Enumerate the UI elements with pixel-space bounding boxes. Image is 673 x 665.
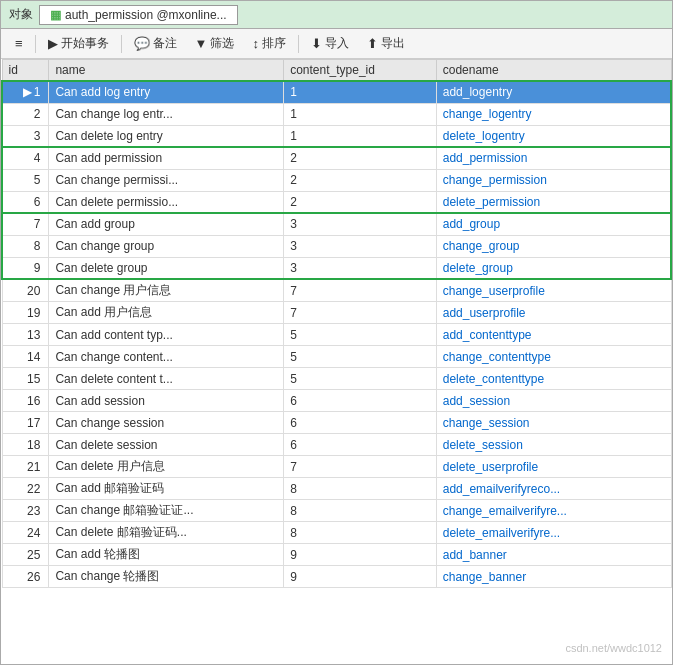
cell-content-type-id: 8 bbox=[284, 500, 437, 522]
cell-name: Can change 邮箱验证证... bbox=[49, 500, 284, 522]
cell-content-type-id: 8 bbox=[284, 522, 437, 544]
table-row[interactable]: 20Can change 用户信息7change_userprofile bbox=[2, 279, 671, 302]
sort-button[interactable]: ↕ 排序 bbox=[244, 32, 294, 55]
cell-name: Can delete group bbox=[49, 257, 284, 279]
filter-button[interactable]: ▼ 筛选 bbox=[187, 32, 243, 55]
cell-name: Can delete log entry bbox=[49, 125, 284, 147]
cell-codename: add_group bbox=[436, 213, 671, 235]
table-row[interactable]: 16Can add session6add_session bbox=[2, 390, 671, 412]
cell-codename: change_banner bbox=[436, 566, 671, 588]
table-body: ▶1Can add log entry1add_logentry2Can cha… bbox=[2, 81, 671, 588]
comment-button[interactable]: 💬 备注 bbox=[126, 32, 185, 55]
watermark: csdn.net/wwdc1012 bbox=[565, 642, 662, 654]
cell-name: Can change permissi... bbox=[49, 169, 284, 191]
cell-id: 19 bbox=[2, 302, 49, 324]
cell-name: Can change 用户信息 bbox=[49, 279, 284, 302]
cell-name: Can delete session bbox=[49, 434, 284, 456]
cell-id: 24 bbox=[2, 522, 49, 544]
cell-name: Can add log entry bbox=[49, 81, 284, 103]
export-icon: ⬆ bbox=[367, 36, 378, 51]
top-bar: 对象 ▦ auth_permission @mxonline... bbox=[1, 1, 672, 29]
cell-name: Can change log entr... bbox=[49, 103, 284, 125]
cell-id: 18 bbox=[2, 434, 49, 456]
comment-icon: 💬 bbox=[134, 36, 150, 51]
table-row[interactable]: 17Can change session6change_session bbox=[2, 412, 671, 434]
cell-codename: add_logentry bbox=[436, 81, 671, 103]
table-row[interactable]: 6Can delete permissio...2delete_permissi… bbox=[2, 191, 671, 213]
cell-id: 13 bbox=[2, 324, 49, 346]
table-row[interactable]: 4Can add permission2add_permission bbox=[2, 147, 671, 169]
cell-id: 8 bbox=[2, 235, 49, 257]
hamburger-icon: ≡ bbox=[15, 36, 23, 51]
table-row[interactable]: 8Can change group3change_group bbox=[2, 235, 671, 257]
table-row[interactable]: 21Can delete 用户信息7delete_userprofile bbox=[2, 456, 671, 478]
table-row[interactable]: 7Can add group3add_group bbox=[2, 213, 671, 235]
cell-content-type-id: 7 bbox=[284, 456, 437, 478]
row-arrow: ▶ bbox=[23, 85, 32, 99]
cell-codename: change_emailverifyre... bbox=[436, 500, 671, 522]
toolbar-separator-2 bbox=[121, 35, 122, 53]
cell-content-type-id: 9 bbox=[284, 544, 437, 566]
table-row[interactable]: 13Can add content typ...5add_contenttype bbox=[2, 324, 671, 346]
filter-icon: ▼ bbox=[195, 36, 208, 51]
start-transaction-button[interactable]: ▶ 开始事务 bbox=[40, 32, 117, 55]
table-row[interactable]: 26Can change 轮播图9change_banner bbox=[2, 566, 671, 588]
cell-name: Can delete permissio... bbox=[49, 191, 284, 213]
cell-content-type-id: 7 bbox=[284, 302, 437, 324]
import-button[interactable]: ⬇ 导入 bbox=[303, 32, 357, 55]
cell-id: 9 bbox=[2, 257, 49, 279]
header-row: id name content_type_id codename bbox=[2, 60, 671, 82]
cell-name: Can change group bbox=[49, 235, 284, 257]
table-row[interactable]: 19Can add 用户信息7add_userprofile bbox=[2, 302, 671, 324]
col-header-codename[interactable]: codename bbox=[436, 60, 671, 82]
col-header-id[interactable]: id bbox=[2, 60, 49, 82]
table-row[interactable]: 2Can change log entr...1change_logentry bbox=[2, 103, 671, 125]
col-header-content-type-id[interactable]: content_type_id bbox=[284, 60, 437, 82]
import-icon: ⬇ bbox=[311, 36, 322, 51]
cell-id: 7 bbox=[2, 213, 49, 235]
table-row[interactable]: 5Can change permissi...2change_permissio… bbox=[2, 169, 671, 191]
cell-codename: delete_permission bbox=[436, 191, 671, 213]
cell-content-type-id: 5 bbox=[284, 324, 437, 346]
table-area: id name content_type_id codename ▶1Can a… bbox=[1, 59, 672, 664]
cell-codename: add_emailverifyreco... bbox=[436, 478, 671, 500]
cell-codename: delete_contenttype bbox=[436, 368, 671, 390]
cell-name: Can add session bbox=[49, 390, 284, 412]
cell-id: 3 bbox=[2, 125, 49, 147]
toolbar-separator-1 bbox=[35, 35, 36, 53]
cell-codename: delete_group bbox=[436, 257, 671, 279]
cell-codename: add_session bbox=[436, 390, 671, 412]
cell-content-type-id: 6 bbox=[284, 434, 437, 456]
cell-content-type-id: 3 bbox=[284, 213, 437, 235]
table-row[interactable]: 15Can delete content t...5delete_content… bbox=[2, 368, 671, 390]
cell-codename: change_group bbox=[436, 235, 671, 257]
cell-content-type-id: 5 bbox=[284, 368, 437, 390]
cell-content-type-id: 5 bbox=[284, 346, 437, 368]
cell-id: 23 bbox=[2, 500, 49, 522]
cell-id: ▶1 bbox=[2, 81, 49, 103]
table-row[interactable]: ▶1Can add log entry1add_logentry bbox=[2, 81, 671, 103]
table-row[interactable]: 23Can change 邮箱验证证...8change_emailverify… bbox=[2, 500, 671, 522]
cell-content-type-id: 9 bbox=[284, 566, 437, 588]
cell-name: Can add permission bbox=[49, 147, 284, 169]
cell-content-type-id: 8 bbox=[284, 478, 437, 500]
table-row[interactable]: 3Can delete log entry1delete_logentry bbox=[2, 125, 671, 147]
cell-id: 6 bbox=[2, 191, 49, 213]
table-row[interactable]: 25Can add 轮播图9add_banner bbox=[2, 544, 671, 566]
menu-button[interactable]: ≡ bbox=[7, 33, 31, 54]
table-row[interactable]: 24Can delete 邮箱验证码...8delete_emailverify… bbox=[2, 522, 671, 544]
export-button[interactable]: ⬆ 导出 bbox=[359, 32, 413, 55]
cell-name: Can add 邮箱验证码 bbox=[49, 478, 284, 500]
cell-codename: change_permission bbox=[436, 169, 671, 191]
cell-codename: add_permission bbox=[436, 147, 671, 169]
col-header-name[interactable]: name bbox=[49, 60, 284, 82]
table-row[interactable]: 9Can delete group3delete_group bbox=[2, 257, 671, 279]
cell-codename: change_contenttype bbox=[436, 346, 671, 368]
cell-id: 21 bbox=[2, 456, 49, 478]
table-row[interactable]: 18Can delete session6delete_session bbox=[2, 434, 671, 456]
cell-content-type-id: 3 bbox=[284, 257, 437, 279]
table-tab[interactable]: ▦ auth_permission @mxonline... bbox=[39, 5, 238, 25]
cell-id: 17 bbox=[2, 412, 49, 434]
table-row[interactable]: 14Can change content...5change_contentty… bbox=[2, 346, 671, 368]
table-row[interactable]: 22Can add 邮箱验证码8add_emailverifyreco... bbox=[2, 478, 671, 500]
